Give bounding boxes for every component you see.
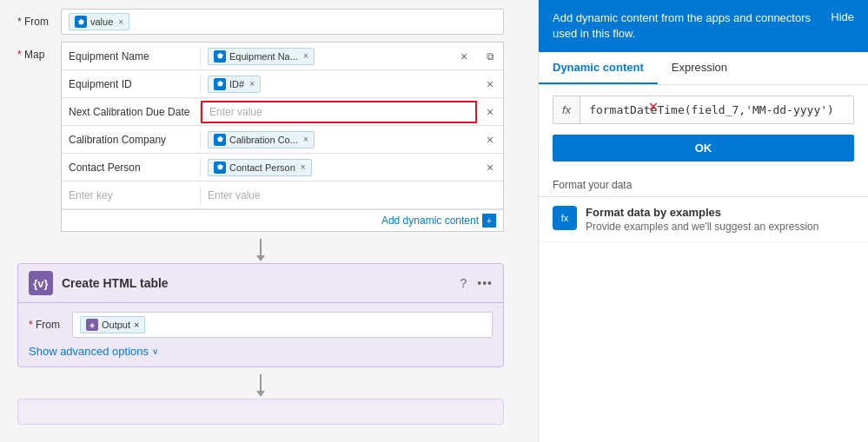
val-placeholder-3: Enter value <box>209 106 262 118</box>
action-from-row: From ◈ Output × <box>29 312 493 338</box>
expression-before: formatDat <box>589 103 650 116</box>
map-delete-2[interactable]: × <box>477 77 503 91</box>
map-copy-1[interactable]: ⧉ <box>477 50 503 63</box>
help-icon[interactable]: ? <box>460 276 467 290</box>
from-value-box[interactable]: ⬟ value × <box>61 9 504 35</box>
expression-strikethrough: e✕ <box>651 103 658 116</box>
from-label: * From <box>17 16 61 28</box>
val-tag-text-4: Calibration Co... <box>229 135 298 145</box>
action-from-value-box[interactable]: ◈ Output × <box>72 312 493 338</box>
action-from-tag: ◈ Output × <box>80 316 145 333</box>
panel-header: Add dynamic content from the apps and co… <box>539 0 868 52</box>
arrow-down-1 <box>260 239 262 256</box>
tag-icon-1: ⬟ <box>214 50 226 63</box>
suggestion-text-container: Format data by examples Provide examples… <box>586 206 818 233</box>
panel-section-label: Format your data <box>539 172 868 197</box>
val-tag-close-1[interactable]: × <box>303 51 308 61</box>
table-row: Contact Person ⬟ Contact Person × × <box>62 154 503 181</box>
panel-tabs: Dynamic content Expression <box>539 52 868 85</box>
panel-header-text: Add dynamic content from the apps and co… <box>553 10 831 42</box>
map-val-2[interactable]: ⬟ ID# × <box>201 72 477 96</box>
expression-after: Time(field_7,'MM-dd-yyyy') <box>657 103 834 116</box>
val-tag-text-1: Equipment Na... <box>229 51 298 62</box>
val-tag-close-4[interactable]: × <box>303 135 308 144</box>
suggestion-item[interactable]: fx Format data by examples Provide examp… <box>539 197 868 242</box>
from-tag-close[interactable]: × <box>118 17 123 27</box>
suggestion-description: Provide examples and we'll suggest an ex… <box>586 221 818 233</box>
tab-expression[interactable]: Expression <box>658 52 741 84</box>
map-delete-3[interactable]: × <box>477 105 503 119</box>
table-row: Equipment ID ⬟ ID# × × <box>62 70 503 98</box>
val-tag-1: ⬟ Equipment Na... × <box>208 48 315 65</box>
from-field-row: * From ⬟ value × <box>17 9 504 35</box>
map-delete-5[interactable]: × <box>477 161 503 175</box>
map-key-empty[interactable]: Enter key <box>62 186 201 205</box>
val-tag-2: ⬟ ID# × <box>208 76 261 93</box>
map-actions-row: Add dynamic content + <box>62 209 503 231</box>
map-delete-1[interactable]: × <box>451 49 477 63</box>
map-val-1[interactable]: ⬟ Equipment Na... × <box>201 44 451 69</box>
next-block-partial <box>17 399 504 425</box>
suggestion-icon: fx <box>553 206 577 230</box>
map-key-2: Equipment ID <box>62 75 201 94</box>
dynamic-content-panel: Add dynamic content from the apps and co… <box>538 0 868 442</box>
add-dynamic-icon: + <box>482 214 496 228</box>
tag-icon-5: ⬟ <box>214 162 226 174</box>
map-delete-4[interactable]: × <box>477 133 503 147</box>
action-from-tag-text: Output <box>102 320 130 330</box>
panel-hide-button[interactable]: Hide <box>831 10 854 23</box>
table-row: Calibration Company ⬟ Calibration Co... … <box>62 126 503 154</box>
map-key-3: Next Calibration Due Date <box>62 102 201 122</box>
action-block-icon: {v} <box>29 271 53 295</box>
create-html-table-block: {v} Create HTML table ? ••• From ◈ Outpu… <box>17 263 504 367</box>
val-tag-5: ⬟ Contact Person × <box>208 159 312 176</box>
from-tag-icon: ◈ <box>86 319 98 331</box>
add-dynamic-content-link[interactable]: Add dynamic content + <box>381 214 496 228</box>
tag-icon: ⬟ <box>75 16 87 28</box>
table-row: Enter key Enter value <box>62 181 503 209</box>
arrow-connector-2 <box>17 374 504 392</box>
action-block-controls: ? ••• <box>460 276 493 290</box>
map-table-wrapper: Equipment Name ⬟ Equipment Na... × × ⧉ E… <box>61 42 504 232</box>
map-val-4[interactable]: ⬟ Calibration Co... × <box>201 128 477 152</box>
map-table: Equipment Name ⬟ Equipment Na... × × ⧉ E… <box>61 42 504 232</box>
map-label: Map <box>17 42 61 61</box>
table-row: Equipment Name ⬟ Equipment Na... × × ⧉ <box>62 43 503 70</box>
show-advanced-label: Show advanced options <box>29 345 149 358</box>
show-advanced-options[interactable]: Show advanced options ∨ <box>29 345 493 358</box>
fx-label: fx <box>553 96 580 123</box>
map-val-5[interactable]: ⬟ Contact Person × <box>201 155 477 180</box>
map-val-3[interactable]: Enter value <box>201 101 477 123</box>
val-tag-text-2: ID# <box>229 79 244 89</box>
table-row: Next Calibration Due Date Enter value × <box>62 98 503 126</box>
expression-text-container: formatDate✕Time(field_7,'MM-dd-yyyy') <box>580 96 853 123</box>
tag-icon-2: ⬟ <box>214 78 226 90</box>
from-tag-text: value <box>90 16 113 27</box>
val-tag-4: ⬟ Calibration Co... × <box>208 131 315 148</box>
arrow-connector-1 <box>17 239 504 256</box>
add-dynamic-label: Add dynamic content <box>381 214 479 227</box>
chevron-down-icon: ∨ <box>152 346 158 356</box>
key-placeholder: Enter key <box>69 189 113 201</box>
map-key-1: Equipment Name <box>62 47 201 66</box>
ok-button[interactable]: OK <box>553 135 854 162</box>
more-options-icon[interactable]: ••• <box>477 276 493 290</box>
action-block-body: From ◈ Output × Show advanced options ∨ <box>18 303 503 366</box>
action-from-label: From <box>29 319 72 331</box>
action-from-tag-close[interactable]: × <box>134 320 139 330</box>
arrow-down-2 <box>260 374 262 392</box>
map-key-5: Contact Person <box>62 158 201 177</box>
val-tag-close-2[interactable]: × <box>249 79 255 89</box>
map-val-empty[interactable]: Enter value <box>201 186 503 205</box>
action-block-title: Create HTML table <box>62 276 451 290</box>
tab-dynamic-content[interactable]: Dynamic content <box>539 52 658 84</box>
val-tag-close-5[interactable]: × <box>301 162 306 172</box>
from-value-tag: ⬟ value × <box>69 13 129 30</box>
action-block-header: {v} Create HTML table ? ••• <box>18 264 503 303</box>
tag-icon-4: ⬟ <box>214 134 226 146</box>
suggestion-title: Format data by examples <box>586 206 818 219</box>
map-section: Map Equipment Name ⬟ Equipment Na... × ×… <box>17 42 504 232</box>
val-placeholder-empty: Enter value <box>208 189 261 201</box>
expression-box: fx formatDate✕Time(field_7,'MM-dd-yyyy') <box>553 96 854 124</box>
val-tag-text-5: Contact Person <box>229 162 295 173</box>
